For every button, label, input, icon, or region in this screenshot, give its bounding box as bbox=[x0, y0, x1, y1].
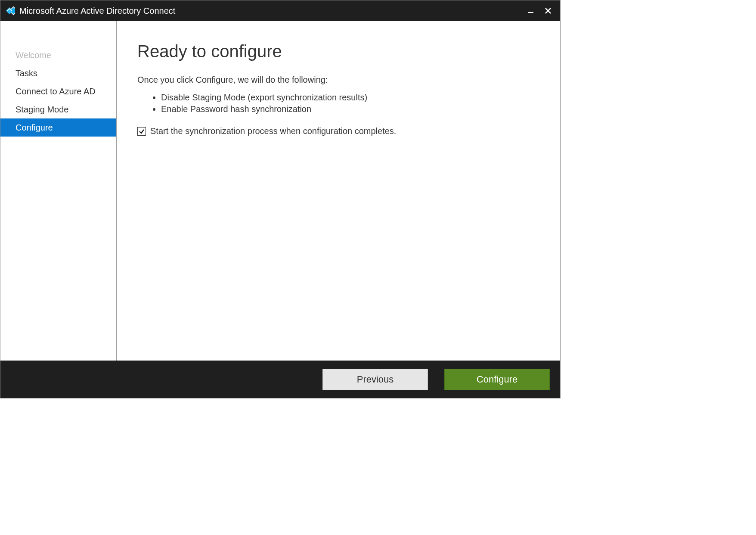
sidebar-item-staging-mode[interactable]: Staging Mode bbox=[0, 100, 116, 118]
sidebar-item-connect-azure-ad[interactable]: Connect to Azure AD bbox=[0, 82, 116, 100]
list-item: Disable Staging Mode (export synchroniza… bbox=[161, 93, 539, 103]
page-heading: Ready to configure bbox=[137, 42, 539, 61]
titlebar: Microsoft Azure Active Directory Connect bbox=[0, 0, 560, 21]
sidebar: Welcome Tasks Connect to Azure AD Stagin… bbox=[0, 21, 117, 361]
list-item: Enable Password hash synchronization bbox=[161, 104, 539, 114]
main-content: Ready to configure Once you click Config… bbox=[117, 21, 560, 361]
sidebar-item-configure[interactable]: Configure bbox=[0, 118, 116, 137]
sidebar-item-tasks[interactable]: Tasks bbox=[0, 64, 116, 82]
sidebar-item-label: Tasks bbox=[15, 68, 37, 78]
intro-text: Once you click Configure, we will do the… bbox=[137, 75, 539, 85]
configure-button[interactable]: Configure bbox=[444, 369, 550, 390]
footer: Previous Configure bbox=[0, 361, 560, 398]
checkbox-label: Start the synchronization process when c… bbox=[150, 126, 396, 136]
actions-list: Disable Staging Mode (export synchroniza… bbox=[161, 93, 539, 114]
window-title: Microsoft Azure Active Directory Connect bbox=[19, 6, 175, 16]
minimize-button[interactable] bbox=[522, 2, 539, 19]
sidebar-item-label: Configure bbox=[15, 123, 53, 132]
sidebar-item-welcome[interactable]: Welcome bbox=[0, 46, 116, 64]
button-label: Configure bbox=[477, 374, 517, 385]
button-label: Previous bbox=[357, 374, 394, 385]
sidebar-item-label: Welcome bbox=[15, 50, 51, 60]
close-button[interactable] bbox=[539, 2, 557, 19]
checkbox-icon bbox=[137, 127, 146, 136]
previous-button[interactable]: Previous bbox=[322, 369, 428, 390]
sidebar-item-label: Connect to Azure AD bbox=[15, 87, 96, 96]
start-sync-checkbox[interactable]: Start the synchronization process when c… bbox=[137, 126, 539, 136]
app-window: Microsoft Azure Active Directory Connect… bbox=[0, 0, 561, 398]
body-area: Welcome Tasks Connect to Azure AD Stagin… bbox=[0, 21, 560, 361]
azure-ad-connect-icon bbox=[4, 5, 15, 16]
sidebar-item-label: Staging Mode bbox=[15, 105, 68, 114]
